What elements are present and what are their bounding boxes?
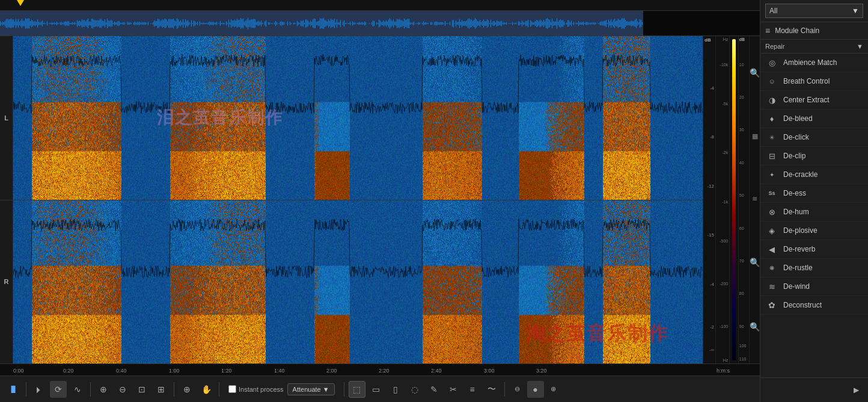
module-item-de-clip[interactable]: ⊟ De-clip <box>760 147 868 165</box>
zoom-fit-btn[interactable]: ⊞ <box>153 381 170 398</box>
module-item-de-hum[interactable]: ⊗ De-hum <box>760 203 868 221</box>
erase-btn[interactable]: ✂ <box>445 381 462 398</box>
instant-process-label: Instant process <box>228 385 284 393</box>
hz-bottom: Hz <box>723 358 729 362</box>
hz-label: Hz <box>723 37 729 42</box>
play-btn[interactable]: ⏵ <box>31 381 47 398</box>
freq-view-btn[interactable]: ∿ <box>69 381 86 398</box>
module-item-deconstruct[interactable]: ✿ Deconstruct <box>760 296 868 315</box>
outer-db-col: dB 10 20 30 40 50 60 70 80 90 100 110 <box>738 36 749 363</box>
module-item-de-reverb[interactable]: ◀ De-reverb <box>760 240 868 259</box>
sep6 <box>504 382 505 397</box>
sidebar-header: All ▼ <box>760 0 868 22</box>
waveform-icon[interactable]: ≋ <box>752 195 757 203</box>
outer-db-label: dB <box>739 37 745 42</box>
sep1 <box>26 382 26 397</box>
sep2 <box>90 382 91 397</box>
module-item-de-rustle[interactable]: ❋ De-rustle <box>760 259 868 277</box>
hz-scale-col: Hz -10k -5k -2k -1k -500 -200 -100 Hz <box>715 36 729 363</box>
sep3 <box>174 382 174 397</box>
module-item-center-extract[interactable]: ◑ Center Extract <box>760 91 868 110</box>
module-item-de-click[interactable]: ✳ De-click <box>760 128 868 147</box>
outer-80: 80 <box>739 291 744 295</box>
db-tick-12: -12 <box>707 184 714 189</box>
time-0: 0:00 <box>13 368 24 374</box>
scales-area: dB -4 -8 -12 -15 -4 -2 -∞ Hz -10k -5k -2… <box>703 36 760 363</box>
bottom-toolbar: ▐▌ ⏵ ⟳ ∿ ⊕ ⊖ ⊡ ⊞ ⊕ ✋ Instant process <box>0 376 760 402</box>
zoom-in-btn[interactable]: ⊕ <box>95 381 112 398</box>
module-item-de-bleed[interactable]: ♦ De-bleed <box>760 110 868 128</box>
zoom-select-btn[interactable]: ⊡ <box>133 381 150 398</box>
freq-select-btn[interactable]: ▯ <box>387 381 404 398</box>
time-320: 3:20 <box>536 368 547 374</box>
module-chain-row[interactable]: ≡ Module Chain <box>760 22 868 40</box>
zoom-in-small-btn[interactable]: ⊕ <box>545 381 562 398</box>
channel-icon[interactable]: ▦ <box>752 132 758 140</box>
db-tick-inf: -∞ <box>709 347 714 353</box>
module-item-de-ess[interactable]: Ss De-ess <box>760 184 868 203</box>
module-chain-icon: ≡ <box>765 26 770 36</box>
de-click-label: De-click <box>783 133 809 141</box>
instant-process-checkbox[interactable] <box>228 385 236 393</box>
de-rustle-label: De-rustle <box>783 264 813 272</box>
instant-process-section: Instant process Attenuate ▼ <box>228 383 335 395</box>
sidebar-bottom-arrow: ▶ <box>760 377 868 402</box>
de-bleed-label: De-bleed <box>783 114 813 123</box>
outer-10: 10 <box>739 63 744 67</box>
module-item-de-plosive[interactable]: ◈ De-plosive <box>760 221 868 240</box>
lines-btn[interactable]: ≡ <box>464 381 481 398</box>
spectrogram-channel-L[interactable]: 泪之茧音乐制作 <box>13 36 703 200</box>
zoom-slider-row: ⊖ ● ⊕ <box>509 381 562 398</box>
channel-label-L: L <box>0 36 13 200</box>
de-ess-label: De-ess <box>783 189 806 197</box>
spectrogram-canvas-R <box>13 200 703 364</box>
playhead-marker <box>17 0 24 6</box>
spectrogram-canvas-L <box>13 36 703 200</box>
db-tick-8: -8 <box>710 134 714 140</box>
zoom-out-btn[interactable]: ⊖ <box>114 381 131 398</box>
de-clip-icon: ⊟ <box>766 150 777 161</box>
zoom-out-small-btn[interactable]: ⊖ <box>509 381 526 398</box>
channel-mode-btn[interactable]: ▐▌ <box>5 381 22 398</box>
overview-timeline <box>0 0 760 11</box>
de-plosive-icon: ◈ <box>766 225 777 236</box>
time-020: 0:20 <box>63 368 74 374</box>
de-crackle-label: De-crackle <box>783 170 818 179</box>
hand-tool-btn[interactable]: ✋ <box>198 381 215 398</box>
time-300: 3:00 <box>484 368 495 374</box>
repair-dropdown[interactable]: Repair ▼ <box>760 40 868 54</box>
loop-btn[interactable]: ⟳ <box>50 381 67 398</box>
lasso-btn[interactable]: ◌ <box>406 381 423 398</box>
pen-btn[interactable]: 〜 <box>483 381 500 398</box>
db-label: dB <box>704 37 711 43</box>
attenuate-btn[interactable]: Attenuate ▼ <box>287 383 335 395</box>
waveform-overview[interactable] <box>0 11 760 36</box>
module-item-de-crackle[interactable]: ✦ De-crackle <box>760 165 868 184</box>
hz-1k: -1k <box>723 200 729 204</box>
spectrogram-channel-R[interactable]: 淘之茧音乐制作 <box>13 200 703 364</box>
time-100: 1:00 <box>169 368 180 374</box>
expand-sidebar-btn[interactable]: ▶ <box>848 382 864 398</box>
zoom-out-icon[interactable]: 🔍 <box>750 322 760 332</box>
rect-select-btn[interactable]: ⬚ <box>349 381 365 398</box>
hz-10k: -10k <box>720 63 729 67</box>
sep4 <box>219 382 219 397</box>
db-tick-2: -2 <box>710 324 714 330</box>
hz-2k: -2k <box>723 150 729 155</box>
time-120: 1:20 <box>221 368 232 374</box>
time-select-btn[interactable]: ▭ <box>368 381 385 398</box>
filter-dropdown[interactable]: All ▼ <box>765 4 863 18</box>
sep5 <box>344 382 344 397</box>
zoom-freq-btn[interactable]: ⊕ <box>179 381 195 398</box>
de-rustle-icon: ❋ <box>766 262 777 273</box>
spectrograms[interactable]: 泪之茧音乐制作 淘之茧音乐制作 <box>13 36 703 363</box>
zoom-select-icon[interactable]: 🔍 <box>750 258 760 267</box>
paint-btn[interactable]: ✎ <box>426 381 442 398</box>
module-item-de-wind[interactable]: ≋ De-wind <box>760 277 868 296</box>
zoom-center-btn[interactable]: ● <box>527 381 544 398</box>
zoom-in-icon[interactable]: 🔍 <box>750 68 760 78</box>
module-item-breath-control[interactable]: ☺ Breath Control <box>760 72 868 91</box>
module-item-ambience-match[interactable]: ◎ Ambience Match <box>760 54 868 72</box>
spectrogram-area: L R 泪之茧音乐制作 淘之茧音乐制作 <box>0 36 760 363</box>
de-ess-icon: Ss <box>766 188 777 199</box>
